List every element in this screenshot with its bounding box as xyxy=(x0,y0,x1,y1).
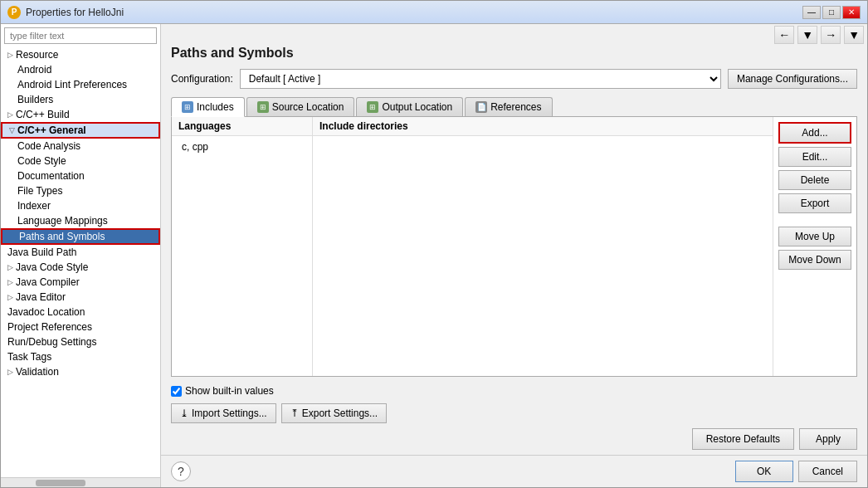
restore-apply-row: Restore Defaults Apply xyxy=(161,423,867,455)
config-row: Configuration: Default [ Active ] Manage… xyxy=(171,69,857,89)
config-select[interactable]: Default [ Active ] xyxy=(240,69,721,89)
sidebar: ▷ Resource Android Android Lint Preferen… xyxy=(1,24,161,487)
includes-tab-icon: ⊞ xyxy=(182,101,193,113)
sidebar-item-code-style[interactable]: Code Style xyxy=(1,154,160,168)
sidebar-item-java-build-path[interactable]: Java Build Path xyxy=(1,245,160,260)
content-area: ▷ Resource Android Android Lint Preferen… xyxy=(1,24,867,487)
show-built-in-row: Show built-in values xyxy=(171,382,857,400)
include-dirs-content xyxy=(313,136,773,376)
footer-bar: ? OK Cancel xyxy=(161,455,867,487)
sidebar-item-java-editor[interactable]: ▷ Java Editor xyxy=(1,290,160,305)
expand-icon: ▷ xyxy=(7,51,13,59)
sidebar-item-file-types[interactable]: File Types xyxy=(1,183,160,198)
sidebar-item-java-compiler[interactable]: ▷ Java Compiler xyxy=(1,275,160,290)
import-export-row: ⤓ Import Settings... ⤒ Export Settings..… xyxy=(171,403,857,423)
restore-defaults-button[interactable]: Restore Defaults xyxy=(692,428,794,450)
expand-icon: ▽ xyxy=(9,126,15,134)
move-down-button[interactable]: Move Down xyxy=(778,250,851,270)
sidebar-tree: ▷ Resource Android Android Lint Preferen… xyxy=(1,47,160,477)
include-dirs-panel: Include directories xyxy=(313,117,773,376)
references-tab-icon: 📄 xyxy=(475,101,487,113)
move-up-button[interactable]: Move Up xyxy=(778,227,851,246)
sidebar-item-cpp-build[interactable]: ▷ C/C++ Build xyxy=(1,107,160,122)
expand-icon: ▷ xyxy=(7,293,13,301)
page-title: Paths and Symbols xyxy=(171,46,857,61)
sidebar-item-language-mappings[interactable]: Language Mappings xyxy=(1,213,160,228)
export-settings-button[interactable]: ⤒ Export Settings... xyxy=(281,403,387,423)
sidebar-item-validation[interactable]: ▷ Validation xyxy=(1,364,160,379)
window-controls: — □ ✕ xyxy=(802,6,861,19)
language-item[interactable]: c, cpp xyxy=(178,139,305,154)
delete-button[interactable]: Delete xyxy=(778,170,851,190)
ok-button[interactable]: OK xyxy=(735,461,793,482)
close-button[interactable]: ✕ xyxy=(842,6,861,19)
window-icon: P xyxy=(7,6,21,19)
help-button[interactable]: ? xyxy=(171,461,191,481)
action-buttons: Add... Edit... Delete Export Move Up Mov… xyxy=(773,117,856,376)
sidebar-item-cpp-general[interactable]: ▽ C/C++ General xyxy=(1,122,160,139)
source-tab-icon: ⊞ xyxy=(257,101,269,113)
sidebar-item-documentation[interactable]: Documentation xyxy=(1,168,160,183)
tab-references[interactable]: 📄 References xyxy=(465,97,552,116)
tab-content: Languages c, cpp Include directories xyxy=(171,117,857,377)
maximize-button[interactable]: □ xyxy=(822,6,841,19)
filter-input[interactable] xyxy=(4,27,157,44)
show-built-in-checkbox[interactable] xyxy=(171,386,182,397)
title-bar: P Properties for HelloJni — □ ✕ xyxy=(1,1,867,24)
horizontal-scrollbar[interactable] xyxy=(1,477,160,487)
expand-icon: ▷ xyxy=(7,263,13,271)
import-icon: ⤓ xyxy=(180,407,188,419)
export-icon: ⤒ xyxy=(290,407,299,419)
minimize-button[interactable]: — xyxy=(802,6,821,19)
show-built-in-label: Show built-in values xyxy=(185,385,274,397)
title-bar-left: P Properties for HelloJni xyxy=(7,6,124,19)
sidebar-item-builders[interactable]: Builders xyxy=(1,92,160,107)
sidebar-item-android[interactable]: Android xyxy=(1,62,160,77)
config-label: Configuration: xyxy=(171,73,233,85)
output-tab-icon: ⊞ xyxy=(367,101,378,113)
sidebar-item-task-tags[interactable]: Task Tags xyxy=(1,349,160,364)
forward-button[interactable]: → xyxy=(821,26,841,44)
manage-configs-button[interactable]: Manage Configurations... xyxy=(728,69,857,89)
languages-content: c, cpp xyxy=(172,136,312,376)
bottom-bar: Show built-in values ⤓ Import Settings..… xyxy=(171,377,857,423)
add-button[interactable]: Add... xyxy=(778,122,851,144)
edit-button[interactable]: Edit... xyxy=(778,147,851,167)
main-content: Paths and Symbols Configuration: Default… xyxy=(161,46,867,423)
tabs-row: ⊞ Includes ⊞ Source Location ⊞ Output Lo… xyxy=(171,97,857,117)
languages-panel: Languages c, cpp xyxy=(172,117,313,376)
sidebar-item-code-analysis[interactable]: Code Analysis xyxy=(1,139,160,154)
languages-header: Languages xyxy=(172,117,312,136)
footer-buttons: OK Cancel xyxy=(735,461,857,482)
spacer xyxy=(778,217,851,223)
sidebar-item-java-code-style[interactable]: ▷ Java Code Style xyxy=(1,260,160,275)
sidebar-item-javadoc[interactable]: Javadoc Location xyxy=(1,305,160,320)
sidebar-item-android-lint[interactable]: Android Lint Preferences xyxy=(1,77,160,92)
forward2-button[interactable]: ▼ xyxy=(844,26,864,44)
tab-includes[interactable]: ⊞ Includes xyxy=(171,97,245,117)
cancel-button[interactable]: Cancel xyxy=(798,461,857,482)
export-button[interactable]: Export xyxy=(778,193,851,213)
sidebar-item-indexer[interactable]: Indexer xyxy=(1,198,160,213)
expand-icon: ▷ xyxy=(7,110,13,119)
apply-button[interactable]: Apply xyxy=(799,428,857,450)
toolbar: ← ▼ → ▼ xyxy=(161,24,867,46)
expand-icon: ▷ xyxy=(7,278,13,286)
tab-source-location[interactable]: ⊞ Source Location xyxy=(246,97,355,116)
sidebar-item-paths-symbols[interactable]: Paths and Symbols xyxy=(1,228,160,245)
expand-icon: ▷ xyxy=(7,368,13,376)
menu-button[interactable]: ▼ xyxy=(797,26,817,44)
main-panel: ← ▼ → ▼ Paths and Symbols Configuration:… xyxy=(161,24,867,487)
tab-output-location[interactable]: ⊞ Output Location xyxy=(356,97,463,116)
import-settings-button[interactable]: ⤓ Import Settings... xyxy=(171,403,276,423)
main-window: P Properties for HelloJni — □ ✕ ▷ Resour… xyxy=(0,0,868,488)
sidebar-item-project-references[interactable]: Project References xyxy=(1,320,160,334)
back-button[interactable]: ← xyxy=(774,26,794,44)
sidebar-item-resource[interactable]: ▷ Resource xyxy=(1,47,160,62)
sidebar-item-run-debug[interactable]: Run/Debug Settings xyxy=(1,334,160,349)
window-title: Properties for HelloJni xyxy=(26,7,124,18)
include-dirs-header: Include directories xyxy=(313,117,773,136)
